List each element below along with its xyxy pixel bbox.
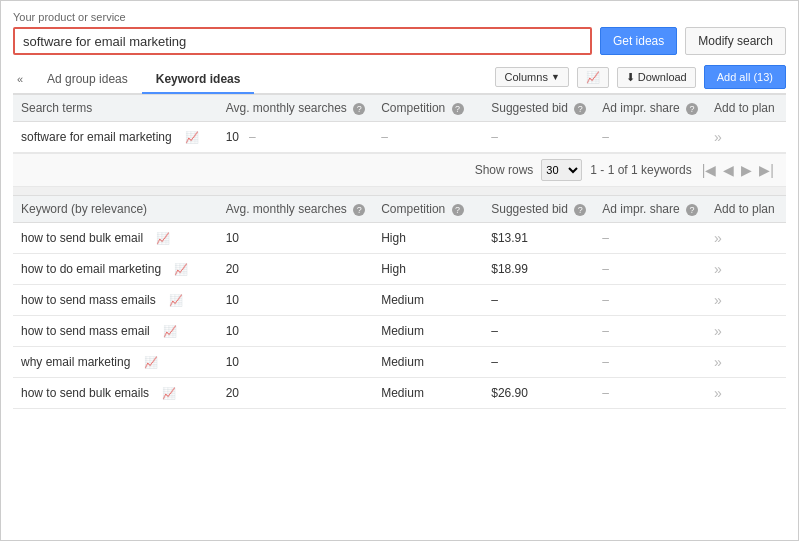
keyword-cell: how to send bulk emails 📈 — [13, 378, 218, 409]
next-page-btn[interactable]: ▶ — [739, 162, 754, 178]
col-avg-monthly-1: Avg. monthly searches ? — [218, 95, 374, 122]
table-row: how to send mass email 📈 10 Medium – – » — [13, 316, 786, 347]
tab-keyword-ideas[interactable]: Keyword ideas — [142, 66, 255, 94]
col-suggested-bid-1: Suggested bid ? — [483, 95, 594, 122]
competition-val: Medium — [373, 285, 483, 316]
col-ad-impr-1: Ad impr. share ? — [594, 95, 706, 122]
keyword-cell: why email marketing 📈 — [13, 347, 218, 378]
table-row: how to do email marketing 📈 20 High $18.… — [13, 254, 786, 285]
col-competition-2: Competition ? — [373, 196, 483, 223]
avg-monthly-info-icon-2[interactable]: ? — [353, 204, 365, 216]
competition-val: Medium — [373, 378, 483, 409]
col-search-terms: Search terms — [13, 95, 218, 122]
search-input[interactable] — [13, 27, 592, 55]
product-service-label: Your product or service — [13, 11, 786, 23]
add-to-plan-val[interactable]: » — [706, 285, 786, 316]
ad-impr-val: – — [594, 285, 706, 316]
add-to-plan-val[interactable]: » — [706, 254, 786, 285]
search-terms-header-row: Search terms Avg. monthly searches ? Com… — [13, 95, 786, 122]
pagination-range: 1 - 1 of 1 keywords — [590, 163, 691, 177]
competition-info-icon-1[interactable]: ? — [452, 103, 464, 115]
avg-monthly-val: 10 — [218, 285, 374, 316]
avg-monthly-val: 10 — [218, 316, 374, 347]
last-page-btn[interactable]: ▶| — [757, 162, 776, 178]
add-to-plan-val[interactable]: » — [706, 347, 786, 378]
search-term-cell: software for email marketing 📈 — [13, 122, 218, 153]
modify-search-button[interactable]: Modify search — [685, 27, 786, 55]
trend-icon: 📈 — [185, 131, 199, 143]
add-to-plan-val[interactable]: » — [706, 378, 786, 409]
suggested-bid-cell: – — [483, 122, 594, 153]
trend-icon: 📈 — [144, 356, 158, 368]
col-competition-1: Competition ? — [373, 95, 483, 122]
table-row: how to send mass emails 📈 10 Medium – – … — [13, 285, 786, 316]
keywords-table: Keyword (by relevance) Avg. monthly sear… — [13, 195, 786, 409]
table-row: how to send bulk email 📈 10 High $13.91 … — [13, 223, 786, 254]
download-button[interactable]: ⬇ Download — [617, 67, 696, 88]
suggested-bid-info-icon-2[interactable]: ? — [574, 204, 586, 216]
first-page-btn[interactable]: |◀ — [700, 162, 719, 178]
tabs-toolbar: « Ad group ideas Keyword ideas Columns ▼… — [13, 65, 786, 94]
add-to-plan-val[interactable]: » — [706, 223, 786, 254]
avg-monthly-info-icon-1[interactable]: ? — [353, 103, 365, 115]
keyword-cell: how to send mass emails 📈 — [13, 285, 218, 316]
avg-monthly-val: 10 — [218, 223, 374, 254]
table-row: why email marketing 📈 10 Medium – – » — [13, 347, 786, 378]
columns-label: Columns — [504, 71, 547, 83]
suggested-bid-val: $13.91 — [483, 223, 594, 254]
ad-impr-val: – — [594, 223, 706, 254]
trend-icon: 📈 — [163, 325, 177, 337]
avg-monthly-val: 20 — [218, 254, 374, 285]
col-suggested-bid-2: Suggested bid ? — [483, 196, 594, 223]
col-ad-impr-2: Ad impr. share ? — [594, 196, 706, 223]
ad-impr-val: – — [594, 347, 706, 378]
show-rows-select[interactable]: 30 50 100 — [541, 159, 582, 181]
main-container: Your product or service Get ideas Modify… — [0, 0, 799, 541]
suggested-bid-val: $18.99 — [483, 254, 594, 285]
pagination-nav: |◀ ◀ ▶ ▶| — [700, 162, 776, 178]
search-terms-table: Search terms Avg. monthly searches ? Com… — [13, 94, 786, 153]
suggested-bid-val: $26.90 — [483, 378, 594, 409]
ad-impr-val: – — [594, 316, 706, 347]
competition-val: High — [373, 223, 483, 254]
col-keyword: Keyword (by relevance) — [13, 196, 218, 223]
avg-monthly-cell: 10 – — [218, 122, 374, 153]
suggested-bid-val: – — [483, 316, 594, 347]
keyword-cell: how to send mass email 📈 — [13, 316, 218, 347]
ad-impr-val: – — [594, 378, 706, 409]
ad-impr-info-icon-1[interactable]: ? — [686, 103, 698, 115]
competition-cell: – — [373, 122, 483, 153]
competition-val: High — [373, 254, 483, 285]
avg-monthly-val: 10 — [218, 347, 374, 378]
toolbar-right: Columns ▼ 📈 ⬇ Download Add all (13) — [495, 65, 786, 93]
col-avg-monthly-2: Avg. monthly searches ? — [218, 196, 374, 223]
col-add-to-plan-1: Add to plan — [706, 95, 786, 122]
keyword-cell: how to send bulk email 📈 — [13, 223, 218, 254]
get-ideas-button[interactable]: Get ideas — [600, 27, 677, 55]
add-to-plan-val[interactable]: » — [706, 316, 786, 347]
competition-info-icon-2[interactable]: ? — [452, 204, 464, 216]
prev-page-btn[interactable]: ◀ — [721, 162, 736, 178]
dash-1: – — [249, 130, 256, 144]
add-all-button[interactable]: Add all (13) — [704, 65, 786, 89]
ad-impr-info-icon-2[interactable]: ? — [686, 204, 698, 216]
avg-monthly-val: 20 — [218, 378, 374, 409]
show-rows-label: Show rows — [475, 163, 534, 177]
trend-icon: 📈 — [162, 387, 176, 399]
section-gap — [13, 187, 786, 195]
chart-button[interactable]: 📈 — [577, 67, 609, 88]
collapse-icon[interactable]: « — [13, 67, 29, 91]
keyword-cell: how to do email marketing 📈 — [13, 254, 218, 285]
col-add-to-plan-2: Add to plan — [706, 196, 786, 223]
ad-impr-val: – — [594, 254, 706, 285]
suggested-bid-val: – — [483, 347, 594, 378]
suggested-bid-info-icon-1[interactable]: ? — [574, 103, 586, 115]
chart-icon: 📈 — [586, 71, 600, 84]
columns-button[interactable]: Columns ▼ — [495, 67, 568, 87]
suggested-bid-val: – — [483, 285, 594, 316]
tab-ad-group-ideas[interactable]: Ad group ideas — [33, 66, 142, 94]
add-to-plan-cell[interactable]: » — [706, 122, 786, 153]
competition-val: Medium — [373, 316, 483, 347]
pagination-row: Show rows 30 50 100 1 - 1 of 1 keywords … — [13, 153, 786, 187]
keywords-header-row: Keyword (by relevance) Avg. monthly sear… — [13, 196, 786, 223]
